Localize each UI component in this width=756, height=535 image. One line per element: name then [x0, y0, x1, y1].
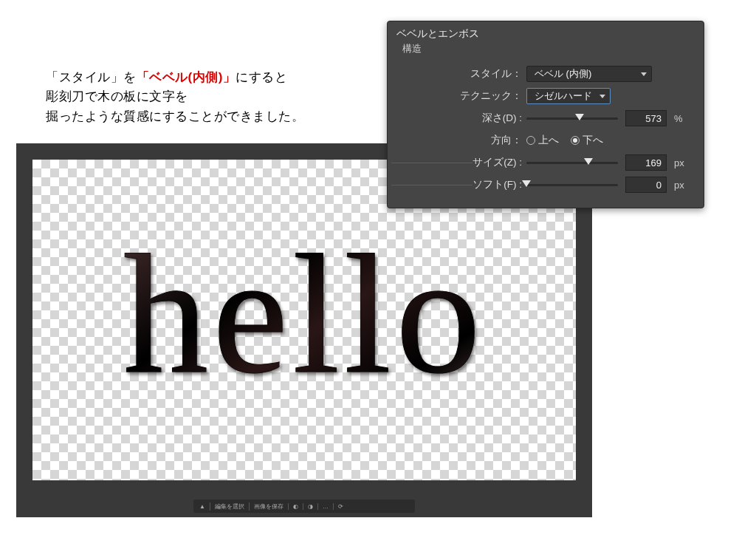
toolbar-item[interactable]: ⟳: [333, 503, 343, 510]
slider-thumb-icon[interactable]: [575, 114, 584, 120]
direction-up-radio[interactable]: 上へ: [526, 134, 559, 147]
chevron-down-icon: [599, 95, 605, 98]
style-label: スタイル：: [388, 67, 526, 81]
explain-line3: 掘ったような質感にすることができました。: [46, 107, 304, 126]
depth-label: 深さ(D) :: [388, 112, 526, 125]
toolbar-item[interactable]: ◐: [288, 503, 298, 510]
toolbar-item[interactable]: ◑: [303, 503, 313, 510]
direction-down-label: 下へ: [583, 134, 603, 146]
row-technique: テクニック： シゼルハード: [388, 85, 704, 107]
size-input[interactable]: 169: [625, 154, 667, 171]
panel-title: ベベルとエンボス: [388, 21, 704, 42]
depth-slider[interactable]: [526, 117, 618, 120]
direction-up-label: 上へ: [538, 134, 559, 146]
technique-select[interactable]: シゼルハード: [526, 88, 611, 104]
soft-unit: px: [674, 180, 695, 191]
toolbar-item[interactable]: 画像を保存: [249, 502, 284, 511]
row-soft: ソフト(F) : 0 px: [388, 174, 704, 196]
panel-section: 構造: [388, 42, 704, 63]
radio-icon: [526, 136, 535, 145]
chevron-down-icon: [641, 72, 647, 76]
slider-thumb-icon[interactable]: [522, 180, 531, 187]
soft-input[interactable]: 0: [625, 177, 667, 193]
size-label: サイズ(Z) :: [388, 156, 526, 169]
radio-icon: [571, 136, 580, 145]
row-style: スタイル： ベベル (内側): [388, 63, 704, 85]
soft-slider[interactable]: [526, 184, 618, 186]
bevel-emboss-panel: ベベルとエンボス 構造 スタイル： ベベル (内側) テクニック： シゼルハード…: [387, 21, 704, 208]
explanation-text: 「スタイル」を「ベベル(内側)」にすると 彫刻刀で木の板に文字を 掘ったような質…: [46, 68, 304, 126]
toolbar-item[interactable]: ▲: [199, 503, 205, 510]
depth-unit: %: [674, 113, 695, 124]
depth-input[interactable]: 573: [625, 110, 667, 126]
canvas-bottom-toolbar: ▲ 編集を選択 画像を保存 ◐ ◑ … ⟳: [193, 500, 415, 513]
technique-label: テクニック：: [388, 89, 526, 103]
canvas-text-hello: hello: [123, 217, 485, 412]
row-size: サイズ(Z) : 169 px: [388, 151, 704, 174]
style-value: ベベル (内側): [535, 67, 591, 81]
explain-highlight: 「ベベル(内側)」: [137, 70, 236, 84]
explain-line2: 彫刻刀で木の板に文字を: [46, 87, 304, 106]
technique-value: シゼルハード: [535, 89, 592, 103]
direction-label: 方向：: [388, 134, 526, 147]
explain-line1c: にすると: [236, 70, 287, 84]
size-unit: px: [674, 157, 695, 168]
size-slider[interactable]: [526, 162, 618, 164]
explain-line1a: 「スタイル」を: [46, 70, 137, 84]
soft-label: ソフト(F) :: [388, 178, 526, 191]
toolbar-item[interactable]: …: [317, 503, 329, 510]
style-select[interactable]: ベベル (内側): [526, 66, 652, 82]
row-direction: 方向： 上へ 下へ: [388, 129, 704, 151]
row-depth: 深さ(D) : 573 %: [388, 107, 704, 129]
toolbar-item[interactable]: 編集を選択: [210, 502, 244, 511]
slider-thumb-icon[interactable]: [584, 158, 593, 165]
direction-down-radio[interactable]: 下へ: [571, 134, 603, 147]
